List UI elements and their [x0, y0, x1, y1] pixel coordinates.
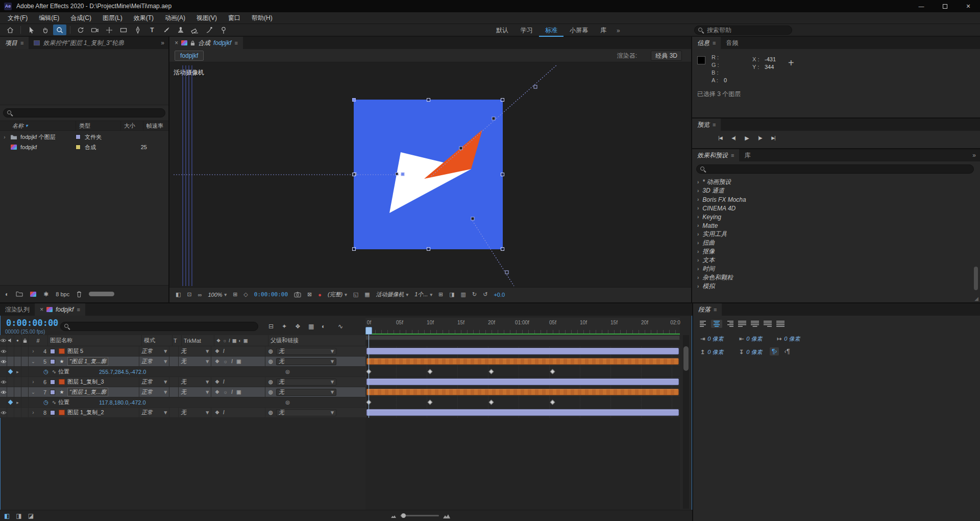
live-update-icon[interactable]: ⊟	[268, 323, 274, 330]
tab-timeline-comp[interactable]: × fodpjkf ≡	[35, 303, 85, 316]
menu-window[interactable]: 窗口	[223, 14, 246, 22]
lock-icon[interactable]	[190, 40, 195, 46]
delete-icon[interactable]	[77, 291, 82, 297]
workspace-standard[interactable]: 标准	[539, 24, 564, 37]
project-search-input[interactable]	[16, 109, 161, 116]
timeline-zoom-slider[interactable]	[400, 515, 439, 516]
close-tab-icon[interactable]: ×	[175, 39, 178, 46]
layer-name[interactable]: "图层 1_复...廓	[66, 388, 139, 396]
menu-help[interactable]: 帮助(H)	[246, 14, 278, 22]
label-color-chip[interactable]	[50, 390, 55, 395]
video-eye-icon[interactable]	[0, 357, 7, 366]
collapse-arrow-icon[interactable]: ⌄	[29, 359, 38, 364]
interpret-footage-icon[interactable]: ◐	[5, 291, 9, 298]
tab-paragraph[interactable]: 段落 ≡	[693, 303, 722, 316]
quality-icon[interactable]: /	[231, 359, 233, 364]
zoom-slider-thumb[interactable]	[401, 513, 406, 518]
sort-caret-icon[interactable]: ▾	[26, 123, 28, 128]
tab-effects-presets[interactable]: 效果和预设 ≡	[692, 149, 739, 161]
panel-menu-icon[interactable]: ≡	[713, 122, 716, 128]
layer-row[interactable]: ⌄ 7 ★ "图层 1_复...廓 正常▾ 无▾ ❖☼/▣ ◎无▾	[0, 387, 365, 397]
color-depth-button[interactable]: 8 bpc	[56, 291, 69, 297]
quality-icon[interactable]: /	[231, 389, 233, 395]
selection-handle[interactable]	[352, 98, 356, 102]
effects-category[interactable]: ›Matte	[692, 221, 972, 230]
justify-last-left-button[interactable]	[737, 320, 748, 328]
pickwhip-icon[interactable]: ◎	[268, 389, 273, 395]
3d-layer-icon[interactable]: ▣	[236, 359, 241, 364]
new-composition-icon[interactable]	[30, 292, 36, 297]
col-name[interactable]: 名称	[12, 122, 23, 130]
transparency-grid-icon[interactable]: ▦	[364, 291, 370, 298]
indent-right-field[interactable]: ⇤0 像素	[739, 335, 762, 343]
t-switch-cell[interactable]	[169, 408, 179, 417]
col-type[interactable]: 类型	[76, 121, 90, 130]
menu-layer[interactable]: 图层(L)	[97, 14, 128, 22]
menu-animation[interactable]: 动画(A)	[159, 14, 191, 22]
toggle-full-screen-icon[interactable]: ◧	[176, 291, 181, 298]
selection-handle[interactable]	[427, 247, 430, 251]
pen-tool-icon[interactable]	[131, 25, 144, 35]
quality-icon[interactable]: /	[223, 410, 225, 415]
solo-cell[interactable]	[14, 346, 21, 356]
first-line-indent-field[interactable]: ↦0 像素	[777, 335, 800, 343]
layer-name-box[interactable]: "图层 1_复...廓	[67, 357, 108, 366]
col-layer-number[interactable]: #	[29, 335, 48, 346]
close-tab-icon[interactable]: ×	[40, 306, 43, 313]
magnification-dropdown[interactable]: 100%▾	[208, 292, 227, 298]
effects-search-box[interactable]	[696, 164, 974, 174]
renderer-button[interactable]: 经典 3D	[651, 51, 682, 61]
layer-name[interactable]: 图层 5	[66, 347, 139, 355]
trkmat-dropdown[interactable]: 无▾	[179, 408, 211, 417]
type-tool-icon[interactable]: T	[145, 25, 159, 35]
layer-row[interactable]: › 6 图层 1_复制_3 正常▾ 无▾ ❖/ ◎无▾	[0, 377, 365, 387]
effects-category[interactable]: ›* 动画预设	[692, 178, 972, 186]
current-time-indicator-head[interactable]	[365, 327, 372, 335]
shy-icon[interactable]: ❖	[215, 359, 219, 364]
audio-cell[interactable]	[7, 346, 14, 356]
selection-handle[interactable]	[501, 98, 504, 102]
frame-blending-icon[interactable]: ▦	[308, 323, 314, 330]
label-color-chip[interactable]	[76, 134, 81, 139]
align-right-button[interactable]	[724, 320, 735, 328]
clone-stamp-tool-icon[interactable]	[174, 25, 187, 35]
keyframe-nav-diamond[interactable]	[8, 369, 13, 374]
next-keyframe-icon[interactable]: ▸	[14, 397, 21, 407]
view-layout-dropdown[interactable]: 1个...▾	[414, 291, 432, 298]
mode-dropdown[interactable]: 正常▾	[139, 387, 169, 397]
previous-frame-button[interactable]: ◀|	[728, 134, 739, 142]
puppet-pin-tool-icon[interactable]	[217, 25, 230, 35]
new-folder-icon[interactable]	[16, 291, 23, 297]
parent-dropdown[interactable]: 无▾	[276, 358, 336, 365]
scrollbar-thumb[interactable]	[683, 346, 689, 371]
tab-composition[interactable]: × 合成 fodpjkf ≡	[169, 37, 243, 49]
col-size[interactable]: 大小	[120, 121, 135, 130]
expand-arrow-icon[interactable]: ›	[0, 134, 9, 140]
pickwhip-icon[interactable]: ◎	[285, 399, 290, 405]
label-color-chip[interactable]	[50, 380, 55, 385]
justify-last-center-button[interactable]	[749, 320, 761, 328]
loop-icon[interactable]: ∞	[198, 292, 202, 298]
property-row[interactable]: ▸ ◷ ∿ 位置 117.8,180.0,-472.0 ◎	[0, 397, 365, 408]
play-button[interactable]: ▶	[741, 134, 752, 142]
screen-mode-icon[interactable]: ⊡	[187, 291, 191, 298]
zoom-in-mountain-icon[interactable]	[443, 513, 450, 518]
current-time-display[interactable]: 0:00:00:00	[6, 318, 58, 328]
eraser-tool-icon[interactable]	[188, 25, 202, 35]
next-keyframe-icon[interactable]: ▸	[14, 367, 21, 376]
switches-cell[interactable]: ❖☼/▣	[211, 387, 265, 397]
col-parent-link[interactable]: 父级和链接	[268, 335, 365, 346]
panel-menu-icon[interactable]: ≡	[731, 152, 734, 158]
refresh-icon[interactable]: ↻	[472, 291, 477, 298]
layer-name-box[interactable]: "图层 1_复...廓	[67, 388, 108, 396]
layer-duration-bar[interactable]	[366, 348, 679, 354]
text-direction-rtl-button[interactable]: ‹¶	[782, 347, 792, 356]
layer-duration-bar[interactable]	[366, 389, 679, 395]
brush-tool-icon[interactable]	[160, 25, 173, 35]
panel-menu-icon[interactable]: ≡	[234, 40, 237, 46]
zoom-tool-icon[interactable]	[53, 25, 66, 35]
layer-name[interactable]: 图层 1_复制_2	[66, 409, 139, 416]
graph-editor-icon[interactable]: ∿	[338, 323, 343, 330]
grid-guides-icon[interactable]: ⊞	[233, 291, 237, 298]
pickwhip-icon[interactable]: ◎	[268, 410, 273, 415]
